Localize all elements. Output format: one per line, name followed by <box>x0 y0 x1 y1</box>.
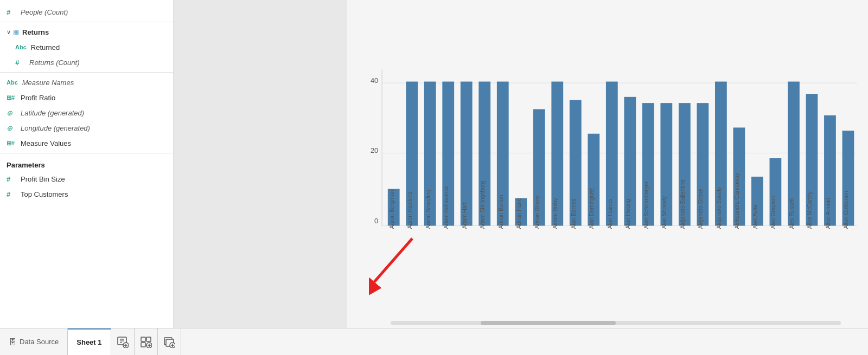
x-label: Aaron Smayling <box>425 190 431 229</box>
hash-icon: # <box>7 175 16 183</box>
bar-chart-svg: 0 20 40 Aaron Ber <box>358 11 863 316</box>
sidebar-item-top-customers[interactable]: # Top Customers <box>0 186 173 202</box>
sidebar-item-latitude[interactable]: ⊕ Latitude (generated) <box>0 105 173 120</box>
scroll-track[interactable] <box>391 321 841 325</box>
add-worksheet-icon <box>117 336 129 348</box>
sidebar-item-measure-values[interactable]: ⊞# Measure Values <box>0 135 173 151</box>
add-dashboard-icon <box>140 336 152 348</box>
sidebar-item-profit-bin-size[interactable]: # Profit Bin Size <box>0 171 173 186</box>
x-label: Alejandro Ballentine <box>680 179 686 229</box>
hash-icon: # <box>7 8 16 16</box>
data-source-label: Data Source <box>20 338 59 346</box>
add-worksheet-button[interactable] <box>111 328 135 355</box>
add-story-button[interactable] <box>158 328 181 355</box>
sidebar-item-profit-ratio[interactable]: ⊞# Profit Ratio <box>0 90 173 105</box>
x-label: Aaron Hawkins <box>407 191 413 229</box>
tab-data-source[interactable]: 🗄 Data Source <box>0 328 68 355</box>
hash-double-icon: ⊞# <box>7 94 16 101</box>
separator <box>0 72 173 73</box>
x-label: Allen Goldenen <box>843 191 849 229</box>
x-label: Alice McCarthy <box>807 191 813 229</box>
sidebar-label: Latitude (generated) <box>21 109 84 117</box>
x-label: Aaron Bergman <box>389 190 395 229</box>
hash-double-icon: ⊞# <box>7 140 16 147</box>
sidebar: # People (Count) ∨ ▦ Returns Abc Returne… <box>0 0 174 328</box>
chart-container: 0 20 40 Aaron Ber <box>347 0 868 328</box>
globe-icon: ⊕ <box>7 109 16 117</box>
sidebar-label: Returns <box>22 28 49 36</box>
x-label: Alex Russell <box>789 198 795 229</box>
sidebar-label: People (Count) <box>21 8 68 16</box>
separator <box>0 22 173 22</box>
sheet1-label: Sheet 1 <box>76 338 101 346</box>
globe-icon: ⊕ <box>7 124 16 132</box>
sidebar-item-returns[interactable]: ∨ ▦ Returns <box>0 24 173 40</box>
x-label: Alejandro Savely <box>716 186 722 229</box>
x-label: Allen Armold <box>825 197 831 229</box>
sidebar-label: Top Customers <box>21 190 68 198</box>
database-icon: 🗄 <box>9 338 16 346</box>
table-icon: ▦ <box>13 28 19 36</box>
sidebar-label: Returned <box>31 43 60 51</box>
chart-svg-wrapper: 0 20 40 Aaron Ber <box>358 11 863 316</box>
x-label: Alex Avila <box>752 205 758 229</box>
scroll-thumb[interactable] <box>481 321 616 325</box>
x-label: Aimee Bixby <box>552 197 558 229</box>
sidebar-label: Profit Ratio <box>21 94 55 102</box>
sidebar-item-returned[interactable]: Abc Returned <box>0 40 173 55</box>
abc-icon: Abc <box>7 79 18 86</box>
x-label: Alan Barnes <box>571 198 577 229</box>
x-label: Adam Shillingsburg <box>480 181 486 229</box>
sidebar-label: Returns (Count) <box>29 59 79 67</box>
x-label: Alan Hwang <box>625 199 631 229</box>
hash-icon: # <box>15 59 25 67</box>
chevron-icon: ∨ <box>7 29 11 36</box>
svg-text:20: 20 <box>371 146 378 154</box>
svg-rect-17 <box>141 337 145 341</box>
svg-text:0: 0 <box>374 217 378 225</box>
parameters-label: Parameters <box>7 161 45 169</box>
x-label: Alex Grayson <box>770 195 776 229</box>
x-label: Aleksandra Gannaway <box>734 172 740 229</box>
sidebar-item-people-count[interactable]: # People (Count) <box>0 4 173 20</box>
x-label: Alan Haines <box>607 199 613 229</box>
scrollbar-area[interactable] <box>358 318 863 328</box>
sidebar-label: Measure Names <box>22 79 74 87</box>
separator <box>0 153 173 153</box>
parameters-header: Parameters <box>0 156 173 171</box>
svg-rect-18 <box>146 337 151 341</box>
x-label: Alan Dominguez <box>589 188 595 229</box>
sidebar-item-returns-count[interactable]: # Returns (Count) <box>0 55 173 70</box>
bottom-bar: 🗄 Data Source Sheet 1 <box>0 328 868 355</box>
x-label: Adam Bellavance <box>443 185 449 229</box>
svg-rect-19 <box>141 343 145 347</box>
left-panel <box>174 0 347 328</box>
hash-icon: # <box>7 190 16 198</box>
sidebar-label: Profit Bin Size <box>21 175 65 183</box>
center-content: 0 20 40 Aaron Ber <box>174 0 868 328</box>
abc-icon: Abc <box>15 44 27 50</box>
add-dashboard-button[interactable] <box>135 328 158 355</box>
x-label: Alejandro Grove <box>698 189 704 229</box>
add-story-icon <box>163 336 175 348</box>
chart-wrapper-outer: 0 20 40 Aaron Ber <box>347 0 868 328</box>
sidebar-label: Longitude (generated) <box>21 124 90 132</box>
x-label: Adrian Hane <box>516 198 522 229</box>
x-label: Adrian Barton <box>498 195 504 229</box>
x-label: Adrian Shami <box>534 196 540 229</box>
sidebar-item-measure-names[interactable]: Abc Measure Names <box>0 75 173 90</box>
x-label: Alan Shonely <box>661 196 667 229</box>
main-area: # People (Count) ∨ ▦ Returns Abc Returne… <box>0 0 868 328</box>
sidebar-label: Measure Values <box>21 139 71 147</box>
tab-sheet1[interactable]: Sheet 1 <box>68 328 111 355</box>
svg-text:40: 40 <box>371 76 378 85</box>
sidebar-item-longitude[interactable]: ⊕ Longitude (generated) <box>0 120 173 135</box>
x-label: Alan Schoenberger <box>643 181 649 229</box>
x-label: Adam Hart <box>462 202 468 229</box>
